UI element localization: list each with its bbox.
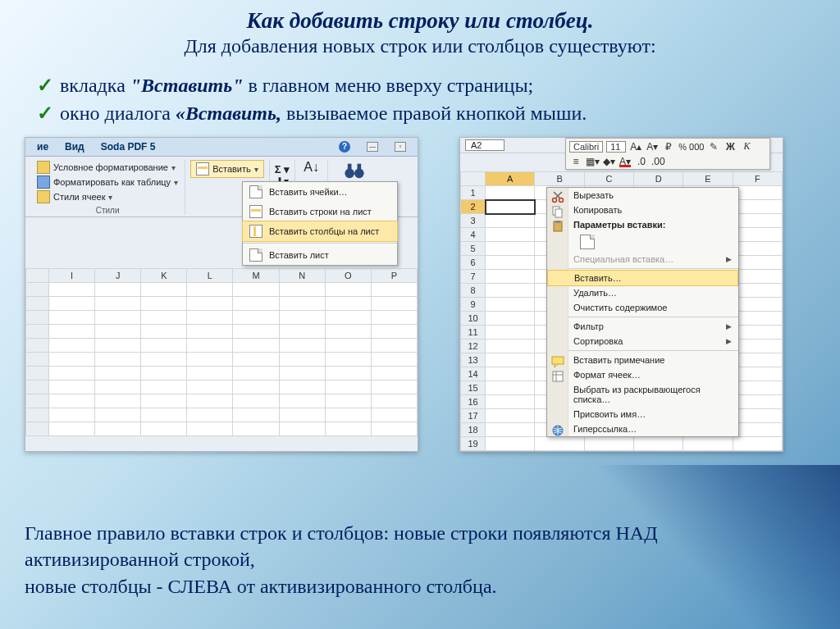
col-header[interactable]: F <box>733 172 782 186</box>
row-header[interactable]: 14 <box>461 367 486 381</box>
ctx-insert[interactable]: Вставить… <box>547 270 738 286</box>
cell-styles-button[interactable]: Стили ячеек ▾ <box>35 189 180 204</box>
ctx-clear[interactable]: Очистить содержимое <box>547 300 738 315</box>
row-header[interactable]: 9 <box>461 298 486 312</box>
increase-decimal-icon[interactable]: .00 <box>651 156 664 167</box>
col-header[interactable]: E <box>683 172 733 186</box>
active-cell[interactable] <box>486 200 535 214</box>
menu-insert-columns[interactable]: Вставить столбцы на лист <box>242 221 398 242</box>
row-header[interactable]: 8 <box>461 284 486 298</box>
insert-dropdown-menu: Вставить ячейки… Вставить строки на лист… <box>242 181 398 266</box>
font-color-icon[interactable]: A▾ <box>619 156 632 167</box>
mini-toolbar: Calibri 11 A▴ A▾ ₽ % 000 ✎ Ж К ≡ ▦▾ ◆▾ A… <box>565 138 770 170</box>
decrease-decimal-icon[interactable]: .0 <box>635 156 648 167</box>
ctx-paste-btn[interactable] <box>547 232 738 252</box>
col-header[interactable]: B <box>535 172 584 186</box>
row-header[interactable]: 19 <box>461 437 486 451</box>
col-header[interactable]: L <box>187 269 233 283</box>
ctx-sort[interactable]: Сортировка▶ <box>547 334 738 349</box>
font-name-box[interactable]: Calibri <box>569 141 603 153</box>
row-header[interactable]: 1 <box>461 186 486 200</box>
tab-sodapdf[interactable]: Soda PDF 5 <box>101 141 156 153</box>
row-header[interactable]: 12 <box>461 340 486 353</box>
italic-icon[interactable]: К <box>740 140 753 153</box>
screenshot-context-menu: A2 Calibri 11 A▴ A▾ ₽ % 000 ✎ Ж К ≡ ▦▾ ◆… <box>459 137 783 452</box>
row-header[interactable]: 6 <box>461 256 486 270</box>
col-header[interactable]: I <box>49 269 95 283</box>
rows-icon <box>249 205 262 218</box>
corner-cell[interactable] <box>26 269 49 283</box>
col-header[interactable]: A <box>486 172 535 186</box>
autosum-icon[interactable]: Σ ▾ <box>275 163 290 175</box>
conditional-format-button[interactable]: Условное форматирование ▾ <box>35 160 180 175</box>
spreadsheet-grid-left[interactable]: I J K L M N O P <box>25 268 418 436</box>
row-header[interactable]: 5 <box>461 242 486 256</box>
menu-insert-rows[interactable]: Вставить строки на лист <box>243 202 397 221</box>
svg-rect-3 <box>358 164 362 171</box>
borders-icon[interactable]: ▦▾ <box>586 156 599 167</box>
insert-icon <box>196 162 209 175</box>
decrease-font-icon[interactable]: A▾ <box>646 141 659 153</box>
col-header[interactable]: J <box>95 269 141 283</box>
row-header[interactable]: 16 <box>461 395 486 409</box>
row-header[interactable]: 3 <box>461 214 486 228</box>
bullet-1: вкладка "Вставить" в главном меню вверху… <box>37 72 840 100</box>
row-header[interactable]: 18 <box>461 423 486 437</box>
tab-fragment[interactable]: ие <box>37 141 48 153</box>
ctx-delete[interactable]: Удалить… <box>547 285 738 300</box>
ctx-cut[interactable]: Вырезать <box>547 188 738 203</box>
percent-format[interactable]: % 000 <box>678 142 704 152</box>
ctx-name[interactable]: Присвоить имя… <box>547 407 738 422</box>
row-header[interactable]: 7 <box>461 270 486 284</box>
ribbon-tabs: ие Вид Soda PDF 5 ? — ▫ <box>25 138 418 157</box>
ctx-format[interactable]: Формат ячеек… <box>547 367 738 382</box>
col-header[interactable]: C <box>584 172 633 186</box>
ctx-filter[interactable]: Фильтр▶ <box>547 319 738 334</box>
fill-color-icon[interactable]: ◆▾ <box>602 156 615 167</box>
row-header[interactable]: 4 <box>461 228 486 242</box>
sort-filter-button[interactable]: A↓ <box>304 160 319 175</box>
restore-button[interactable]: ▫ <box>395 142 406 152</box>
insert-split-button[interactable]: Вставить ▾ <box>190 160 264 178</box>
help-icon[interactable]: ? <box>339 141 350 153</box>
ctx-paste-special: Специальная вставка…▶ <box>547 252 738 267</box>
menu-insert-sheet[interactable]: Вставить лист <box>243 245 397 265</box>
group-label-styles: Стили <box>35 204 180 215</box>
align-icon[interactable]: ≡ <box>569 156 582 167</box>
format-as-table-button[interactable]: Форматировать как таблицу ▾ <box>35 175 180 189</box>
ctx-dropdown-list[interactable]: Выбрать из раскрывающегося списка… <box>547 382 738 407</box>
bold-icon[interactable]: Ж <box>724 141 737 153</box>
row-header[interactable]: 17 <box>461 409 486 423</box>
format-painter-icon[interactable]: ✎ <box>707 141 720 153</box>
svg-rect-7 <box>555 209 562 217</box>
col-header[interactable]: D <box>634 172 683 186</box>
col-header[interactable]: M <box>233 269 279 283</box>
comment-icon <box>551 355 564 368</box>
ctx-hyperlink[interactable]: Гиперссылка… <box>547 422 738 436</box>
row-header[interactable]: 10 <box>461 312 486 326</box>
col-header[interactable]: K <box>141 269 187 283</box>
ctx-copy[interactable]: Копировать <box>547 203 738 217</box>
slide-title: Как добавить строку или столбец. <box>0 0 840 34</box>
sheet-icon <box>249 248 262 262</box>
col-header[interactable]: N <box>279 269 325 283</box>
row-header[interactable]: 11 <box>461 326 486 340</box>
col-header[interactable]: O <box>325 269 371 283</box>
row-header[interactable]: 15 <box>461 381 486 395</box>
increase-font-icon[interactable]: A▴ <box>629 141 642 153</box>
row-header[interactable]: 2 <box>461 200 486 214</box>
tab-view[interactable]: Вид <box>65 141 84 153</box>
bullet-list: вкладка "Вставить" в главном меню вверху… <box>0 57 840 127</box>
font-size-box[interactable]: 11 <box>606 141 626 153</box>
bullet-2: окно диалога «Вставить, вызываемое право… <box>37 100 840 128</box>
context-menu: Вырезать Копировать Параметры вставки: С… <box>546 187 739 437</box>
currency-icon[interactable]: ₽ <box>662 141 675 153</box>
corner-cell[interactable] <box>461 172 486 186</box>
minimize-button[interactable]: — <box>367 142 378 152</box>
menu-insert-cells[interactable]: Вставить ячейки… <box>243 182 397 202</box>
clipboard-icon <box>551 220 564 233</box>
name-box[interactable]: A2 <box>465 139 504 151</box>
col-header[interactable]: P <box>371 269 417 283</box>
ctx-comment[interactable]: Вставить примечание <box>547 353 738 367</box>
row-header[interactable]: 13 <box>461 353 486 367</box>
